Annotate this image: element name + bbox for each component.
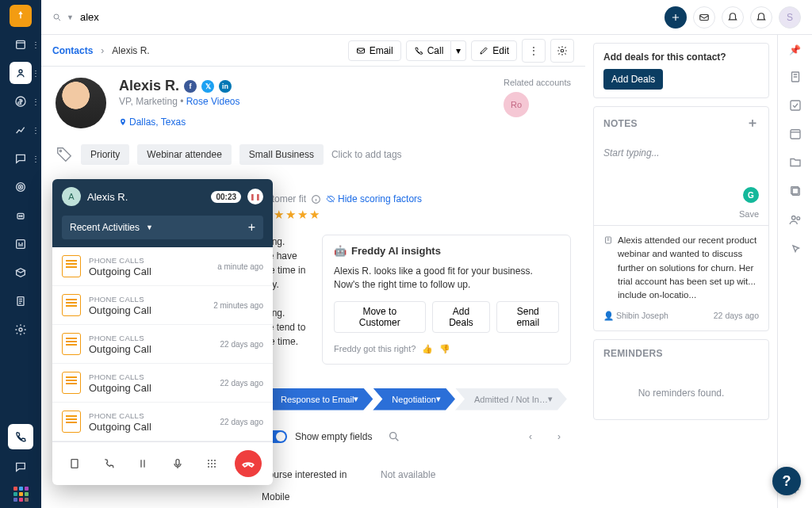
app-logo-icon[interactable] — [10, 5, 32, 27]
profile-avatar[interactable]: S — [779, 6, 801, 29]
configure-button[interactable] — [550, 39, 574, 63]
add-activity-icon[interactable]: + — [248, 220, 255, 235]
apps-launcher-icon[interactable] — [11, 484, 30, 503]
nav-documents-icon[interactable] — [10, 290, 32, 312]
call-button[interactable]: Call — [406, 40, 452, 61]
calendar-icon[interactable] — [788, 127, 802, 141]
nav-inbox-icon[interactable] — [10, 456, 32, 478]
nav-bot-icon[interactable] — [10, 204, 32, 227]
call-avatar: A — [62, 187, 81, 206]
nav-target-icon[interactable] — [10, 176, 32, 198]
freddy-move-button[interactable]: Move to Customer — [334, 301, 426, 333]
call-activity-list: PHONE CALLSOutgoing Calla minute ago PHO… — [52, 247, 273, 441]
breadcrumb-contact-name: Alexis R. — [112, 45, 149, 56]
mail-button[interactable] — [693, 6, 715, 29]
call-contact-name: Alexis R. — [87, 191, 128, 203]
stage-response[interactable]: Response to Email ▾ — [262, 388, 373, 411]
nav-contacts-icon[interactable] — [10, 62, 32, 84]
contact-location[interactable]: Dallas, Texas — [119, 116, 186, 128]
people-icon[interactable] — [788, 212, 802, 227]
click-icon[interactable] — [788, 241, 802, 255]
alerts-button[interactable] — [722, 6, 744, 29]
prev-page-icon[interactable]: ‹ — [519, 425, 542, 449]
contact-company-link[interactable]: Rose Videos — [186, 96, 240, 107]
freddy-card: 🤖 Freddy AI insights Alexis R. looks lik… — [322, 235, 571, 365]
note-item[interactable]: Alexis attended our recent product webin… — [594, 225, 768, 330]
top-bar: ▼ S — [41, 0, 812, 35]
svg-point-18 — [390, 432, 396, 438]
pin-icon[interactable]: 📌 — [789, 44, 801, 55]
add-button[interactable] — [665, 6, 687, 29]
folder-icon[interactable] — [788, 155, 802, 170]
tag-webinar[interactable]: Webinar attendee — [137, 144, 232, 165]
grammarly-icon[interactable]: G — [743, 187, 759, 203]
call-dropdown[interactable]: ▾ — [451, 40, 466, 61]
next-page-icon[interactable]: › — [547, 425, 571, 449]
info-icon[interactable] — [311, 194, 321, 204]
call-item[interactable]: PHONE CALLSOutgoing Call2 minutes ago — [52, 286, 273, 325]
call-pause-button[interactable]: ❚❚ — [247, 189, 263, 204]
hangup-button[interactable] — [235, 450, 262, 477]
search-icon — [52, 13, 62, 22]
freddy-add-deals-button[interactable]: Add Deals — [432, 301, 491, 333]
keypad-button[interactable] — [201, 453, 223, 475]
nav-reports-icon[interactable] — [10, 233, 32, 255]
global-search[interactable]: ▼ — [52, 10, 215, 24]
nav-products-icon[interactable] — [10, 262, 32, 284]
hide-scoring-link[interactable]: Hide scoring factors — [326, 193, 422, 204]
location-pin-icon — [119, 118, 127, 126]
nav-deals-icon[interactable] — [10, 90, 32, 113]
related-account-badge[interactable]: Ro — [504, 92, 529, 117]
call-item[interactable]: PHONE CALLSOutgoing Call22 days ago — [52, 364, 273, 403]
call-split-button: Call ▾ — [406, 40, 467, 61]
transfer-button[interactable] — [98, 453, 120, 475]
call-timer: 00:23 — [211, 191, 241, 203]
facebook-icon[interactable]: f — [184, 80, 197, 93]
more-button[interactable]: ⋮ — [522, 39, 546, 63]
add-deals-button[interactable]: Add Deals — [603, 69, 663, 90]
nav-calendar-icon[interactable] — [10, 33, 32, 55]
nav-phone-icon[interactable] — [8, 424, 33, 449]
detail-mobile-label: Mobile — [262, 491, 381, 502]
hold-button[interactable] — [132, 453, 154, 475]
call-item[interactable]: PHONE CALLSOutgoing Calla minute ago — [52, 247, 273, 286]
call-item[interactable]: PHONE CALLSOutgoing Call22 days ago — [52, 325, 273, 364]
email-button[interactable]: Email — [348, 40, 401, 61]
svg-point-5 — [20, 186, 21, 187]
add-note-icon[interactable]: ＋ — [746, 115, 759, 132]
call-log-icon — [62, 255, 81, 277]
notes-save-button[interactable]: Save — [739, 209, 759, 219]
nav-chat-icon[interactable] — [10, 147, 32, 170]
search-fields-icon[interactable] — [388, 430, 400, 443]
checkbox-icon[interactable] — [788, 98, 802, 113]
linkedin-icon[interactable]: in — [219, 80, 232, 93]
breadcrumb-root[interactable]: Contacts — [52, 45, 93, 56]
nav-analytics-icon[interactable] — [10, 119, 32, 141]
notes-input[interactable]: Start typing... — [594, 139, 768, 187]
help-fab[interactable]: ? — [772, 467, 801, 495]
stage-admitted[interactable]: Admitted / Not In… ▾ — [455, 388, 567, 411]
thumbs-up-icon[interactable]: 👍 — [422, 344, 433, 354]
document-icon[interactable] — [788, 70, 802, 84]
freddy-send-email-button[interactable]: Send email — [496, 301, 559, 333]
contact-subtitle: VP, Marketing • Rose Videos — [119, 96, 240, 107]
add-deals-prompt: Add deals for this contact? — [603, 52, 759, 63]
notes-button[interactable] — [63, 453, 86, 475]
mute-button[interactable] — [167, 453, 189, 475]
twitter-icon[interactable]: 𝕏 — [201, 80, 214, 93]
chevron-down-icon[interactable]: ▼ — [67, 13, 74, 21]
add-tag-link[interactable]: Click to add tags — [331, 149, 402, 160]
tag-priority[interactable]: Priority — [81, 144, 129, 165]
tag-small-business[interactable]: Small Business — [239, 144, 324, 165]
nav-settings-icon[interactable] — [10, 319, 32, 341]
call-item[interactable]: PHONE CALLSOutgoing Call22 days ago — [52, 403, 273, 441]
contact-name: Alexis R. — [119, 78, 179, 94]
thumbs-down-icon[interactable]: 👎 — [439, 344, 450, 354]
edit-button[interactable]: Edit — [471, 40, 517, 61]
stage-negotiation[interactable]: Negotiation ▾ — [373, 388, 455, 411]
search-input[interactable] — [79, 10, 215, 24]
recent-activities-dropdown[interactable]: Recent Activities ▼ + — [62, 216, 263, 239]
lifecycle-stages: Response to Email ▾ Negotiation ▾ Admitt… — [262, 388, 571, 411]
copy-icon[interactable] — [788, 184, 802, 198]
notifications-button[interactable] — [750, 6, 772, 29]
